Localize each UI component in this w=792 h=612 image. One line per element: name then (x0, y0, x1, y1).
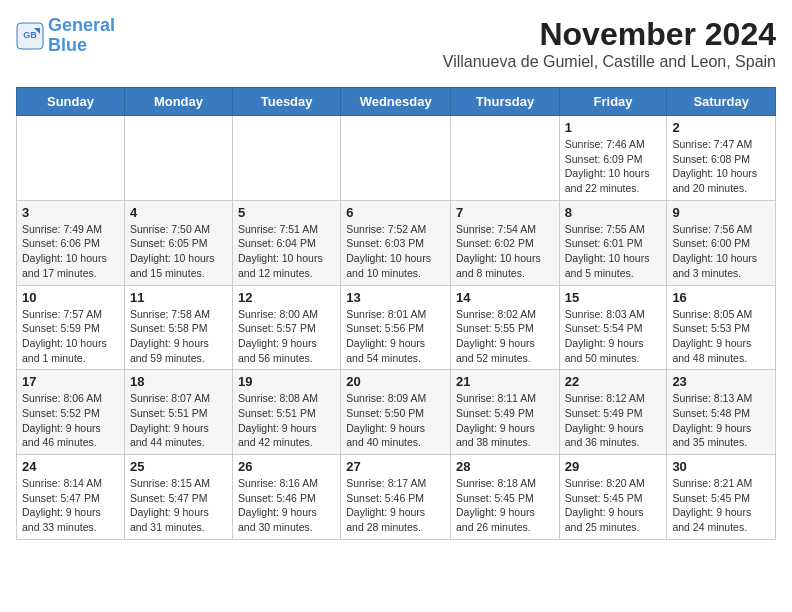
day-info: Sunrise: 7:46 AMSunset: 6:09 PMDaylight:… (565, 137, 662, 196)
day-info: Sunrise: 7:57 AMSunset: 5:59 PMDaylight:… (22, 307, 119, 366)
weekday-friday: Friday (559, 88, 667, 116)
week-row-4: 17Sunrise: 8:06 AMSunset: 5:52 PMDayligh… (17, 370, 776, 455)
day-cell: 15Sunrise: 8:03 AMSunset: 5:54 PMDayligh… (559, 285, 667, 370)
day-info: Sunrise: 8:08 AMSunset: 5:51 PMDaylight:… (238, 391, 335, 450)
day-info: Sunrise: 8:15 AMSunset: 5:47 PMDaylight:… (130, 476, 227, 535)
day-cell: 23Sunrise: 8:13 AMSunset: 5:48 PMDayligh… (667, 370, 776, 455)
weekday-monday: Monday (124, 88, 232, 116)
calendar-body: 1Sunrise: 7:46 AMSunset: 6:09 PMDaylight… (17, 116, 776, 540)
day-number: 9 (672, 205, 770, 220)
day-info: Sunrise: 8:17 AMSunset: 5:46 PMDaylight:… (346, 476, 445, 535)
day-number: 8 (565, 205, 662, 220)
day-cell: 1Sunrise: 7:46 AMSunset: 6:09 PMDaylight… (559, 116, 667, 201)
day-number: 6 (346, 205, 445, 220)
day-info: Sunrise: 8:11 AMSunset: 5:49 PMDaylight:… (456, 391, 554, 450)
day-number: 12 (238, 290, 335, 305)
day-cell: 14Sunrise: 8:02 AMSunset: 5:55 PMDayligh… (451, 285, 560, 370)
day-cell (451, 116, 560, 201)
month-title: November 2024 (443, 16, 776, 53)
day-number: 28 (456, 459, 554, 474)
day-cell: 19Sunrise: 8:08 AMSunset: 5:51 PMDayligh… (233, 370, 341, 455)
day-number: 27 (346, 459, 445, 474)
day-cell (233, 116, 341, 201)
day-number: 7 (456, 205, 554, 220)
day-cell: 10Sunrise: 7:57 AMSunset: 5:59 PMDayligh… (17, 285, 125, 370)
day-number: 20 (346, 374, 445, 389)
day-number: 19 (238, 374, 335, 389)
weekday-header: SundayMondayTuesdayWednesdayThursdayFrid… (17, 88, 776, 116)
week-row-3: 10Sunrise: 7:57 AMSunset: 5:59 PMDayligh… (17, 285, 776, 370)
day-info: Sunrise: 8:20 AMSunset: 5:45 PMDaylight:… (565, 476, 662, 535)
day-number: 18 (130, 374, 227, 389)
day-cell: 12Sunrise: 8:00 AMSunset: 5:57 PMDayligh… (233, 285, 341, 370)
day-cell: 13Sunrise: 8:01 AMSunset: 5:56 PMDayligh… (341, 285, 451, 370)
day-cell (17, 116, 125, 201)
week-row-2: 3Sunrise: 7:49 AMSunset: 6:06 PMDaylight… (17, 200, 776, 285)
day-number: 3 (22, 205, 119, 220)
day-cell: 8Sunrise: 7:55 AMSunset: 6:01 PMDaylight… (559, 200, 667, 285)
day-cell: 27Sunrise: 8:17 AMSunset: 5:46 PMDayligh… (341, 455, 451, 540)
day-cell: 16Sunrise: 8:05 AMSunset: 5:53 PMDayligh… (667, 285, 776, 370)
day-cell (124, 116, 232, 201)
day-number: 30 (672, 459, 770, 474)
day-info: Sunrise: 8:06 AMSunset: 5:52 PMDaylight:… (22, 391, 119, 450)
day-info: Sunrise: 8:21 AMSunset: 5:45 PMDaylight:… (672, 476, 770, 535)
day-info: Sunrise: 7:54 AMSunset: 6:02 PMDaylight:… (456, 222, 554, 281)
day-cell: 29Sunrise: 8:20 AMSunset: 5:45 PMDayligh… (559, 455, 667, 540)
day-info: Sunrise: 7:55 AMSunset: 6:01 PMDaylight:… (565, 222, 662, 281)
day-cell (341, 116, 451, 201)
day-info: Sunrise: 7:56 AMSunset: 6:00 PMDaylight:… (672, 222, 770, 281)
logo-line2: Blue (48, 35, 87, 55)
day-number: 25 (130, 459, 227, 474)
week-row-1: 1Sunrise: 7:46 AMSunset: 6:09 PMDaylight… (17, 116, 776, 201)
day-info: Sunrise: 8:03 AMSunset: 5:54 PMDaylight:… (565, 307, 662, 366)
day-number: 5 (238, 205, 335, 220)
weekday-tuesday: Tuesday (233, 88, 341, 116)
day-info: Sunrise: 8:02 AMSunset: 5:55 PMDaylight:… (456, 307, 554, 366)
day-number: 10 (22, 290, 119, 305)
day-cell: 26Sunrise: 8:16 AMSunset: 5:46 PMDayligh… (233, 455, 341, 540)
day-number: 13 (346, 290, 445, 305)
day-cell: 17Sunrise: 8:06 AMSunset: 5:52 PMDayligh… (17, 370, 125, 455)
weekday-wednesday: Wednesday (341, 88, 451, 116)
day-info: Sunrise: 8:18 AMSunset: 5:45 PMDaylight:… (456, 476, 554, 535)
day-info: Sunrise: 7:51 AMSunset: 6:04 PMDaylight:… (238, 222, 335, 281)
week-row-5: 24Sunrise: 8:14 AMSunset: 5:47 PMDayligh… (17, 455, 776, 540)
logo-icon: GB (16, 22, 44, 50)
logo-text: General Blue (48, 16, 115, 56)
day-number: 24 (22, 459, 119, 474)
subtitle: Villanueva de Gumiel, Castille and Leon,… (443, 53, 776, 71)
day-cell: 21Sunrise: 8:11 AMSunset: 5:49 PMDayligh… (451, 370, 560, 455)
day-number: 26 (238, 459, 335, 474)
day-info: Sunrise: 8:09 AMSunset: 5:50 PMDaylight:… (346, 391, 445, 450)
day-info: Sunrise: 8:12 AMSunset: 5:49 PMDaylight:… (565, 391, 662, 450)
day-info: Sunrise: 7:49 AMSunset: 6:06 PMDaylight:… (22, 222, 119, 281)
weekday-sunday: Sunday (17, 88, 125, 116)
day-cell: 3Sunrise: 7:49 AMSunset: 6:06 PMDaylight… (17, 200, 125, 285)
day-number: 21 (456, 374, 554, 389)
day-info: Sunrise: 8:16 AMSunset: 5:46 PMDaylight:… (238, 476, 335, 535)
day-number: 29 (565, 459, 662, 474)
day-info: Sunrise: 8:05 AMSunset: 5:53 PMDaylight:… (672, 307, 770, 366)
day-cell: 25Sunrise: 8:15 AMSunset: 5:47 PMDayligh… (124, 455, 232, 540)
day-number: 11 (130, 290, 227, 305)
svg-text:GB: GB (23, 30, 37, 40)
day-cell: 5Sunrise: 7:51 AMSunset: 6:04 PMDaylight… (233, 200, 341, 285)
day-info: Sunrise: 7:50 AMSunset: 6:05 PMDaylight:… (130, 222, 227, 281)
day-cell: 20Sunrise: 8:09 AMSunset: 5:50 PMDayligh… (341, 370, 451, 455)
day-cell: 7Sunrise: 7:54 AMSunset: 6:02 PMDaylight… (451, 200, 560, 285)
day-cell: 6Sunrise: 7:52 AMSunset: 6:03 PMDaylight… (341, 200, 451, 285)
day-cell: 30Sunrise: 8:21 AMSunset: 5:45 PMDayligh… (667, 455, 776, 540)
day-number: 15 (565, 290, 662, 305)
day-info: Sunrise: 7:52 AMSunset: 6:03 PMDaylight:… (346, 222, 445, 281)
day-cell: 11Sunrise: 7:58 AMSunset: 5:58 PMDayligh… (124, 285, 232, 370)
day-cell: 18Sunrise: 8:07 AMSunset: 5:51 PMDayligh… (124, 370, 232, 455)
day-info: Sunrise: 8:13 AMSunset: 5:48 PMDaylight:… (672, 391, 770, 450)
day-cell: 2Sunrise: 7:47 AMSunset: 6:08 PMDaylight… (667, 116, 776, 201)
weekday-thursday: Thursday (451, 88, 560, 116)
day-number: 22 (565, 374, 662, 389)
logo-line1: General (48, 15, 115, 35)
day-cell: 9Sunrise: 7:56 AMSunset: 6:00 PMDaylight… (667, 200, 776, 285)
day-info: Sunrise: 7:47 AMSunset: 6:08 PMDaylight:… (672, 137, 770, 196)
day-number: 23 (672, 374, 770, 389)
